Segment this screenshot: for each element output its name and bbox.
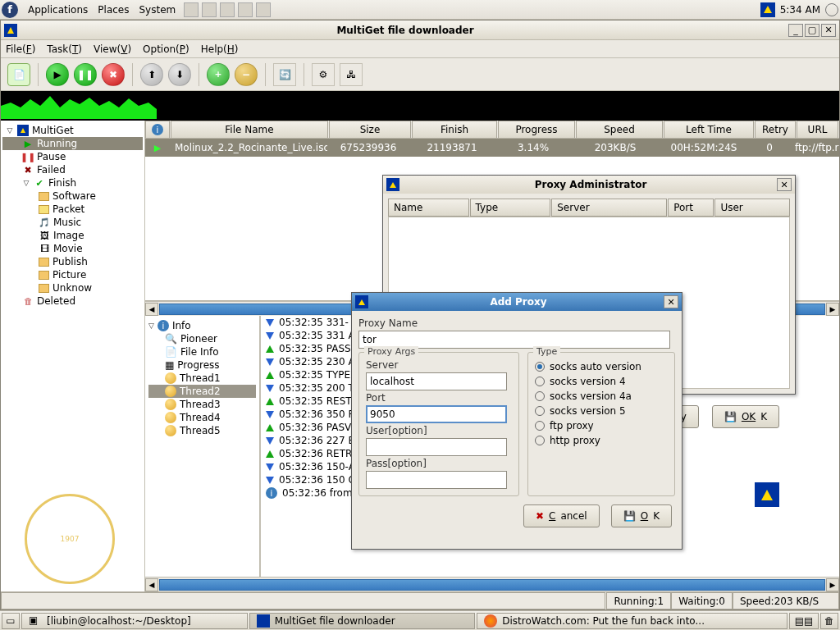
info-thread2[interactable]: Thread2 bbox=[148, 385, 256, 398]
type-http-radio[interactable]: http proxy bbox=[535, 435, 668, 446]
type-ftp-radio[interactable]: ftp proxy bbox=[535, 420, 668, 431]
close-button[interactable]: ✕ bbox=[821, 24, 836, 37]
tray-multiget-icon[interactable] bbox=[760, 2, 775, 17]
col-size[interactable]: Size bbox=[329, 121, 411, 138]
log-hscroll[interactable]: ◀ ▶ bbox=[145, 577, 839, 591]
user-input[interactable] bbox=[366, 438, 507, 456]
tree-deleted[interactable]: 🗑Deleted bbox=[2, 294, 143, 308]
col-left[interactable]: Left Time bbox=[664, 121, 754, 138]
col-info-icon[interactable]: i bbox=[145, 121, 170, 138]
fedora-logo-icon[interactable]: f bbox=[2, 2, 18, 18]
tree-packet[interactable]: Packet bbox=[2, 203, 143, 216]
start-button[interactable]: ▶ bbox=[46, 63, 69, 86]
tree-unknow[interactable]: Unknow bbox=[2, 281, 143, 294]
col-server[interactable]: Server bbox=[551, 199, 667, 217]
col-type[interactable]: Type bbox=[470, 199, 551, 217]
add-proxy-close-button[interactable]: ✕ bbox=[664, 295, 678, 308]
type-v5-radio[interactable]: socks version 5 bbox=[535, 405, 668, 417]
stop-button[interactable]: ✖ bbox=[102, 63, 125, 86]
pass-input[interactable] bbox=[366, 471, 507, 489]
type-auto-radio[interactable]: socks auto version bbox=[535, 361, 668, 372]
info-fileinfo[interactable]: 📄File Info bbox=[148, 345, 256, 358]
type-v4a-radio[interactable]: socks version 4a bbox=[535, 390, 668, 402]
task-multiget[interactable]: MultiGet file downloader bbox=[249, 613, 476, 629]
scroll-right-icon[interactable]: ▶ bbox=[826, 578, 839, 591]
reload-button[interactable]: 🔄 bbox=[273, 63, 296, 86]
port-input[interactable] bbox=[366, 405, 507, 423]
info-thread4[interactable]: Thread4 bbox=[148, 411, 256, 424]
proxy-admin-ok-button[interactable]: 💾 OKK bbox=[712, 405, 779, 428]
tree-music[interactable]: 🎵Music bbox=[2, 216, 143, 229]
workspace-switcher[interactable]: ▤▤ bbox=[789, 613, 819, 629]
info-tree[interactable]: ▽iInfo 🔍Pioneer 📄File Info ▦Progress Thr… bbox=[145, 316, 260, 577]
tree-image[interactable]: 🖼Image bbox=[2, 229, 143, 242]
move-down-button[interactable]: ⬇ bbox=[168, 63, 191, 86]
col-url[interactable]: URL bbox=[797, 121, 838, 138]
info-root[interactable]: ▽iInfo bbox=[148, 319, 256, 332]
menu-task[interactable]: Task(T) bbox=[47, 43, 82, 55]
move-up-button[interactable]: ⬆ bbox=[140, 63, 163, 86]
add-thread-button[interactable]: ＋ bbox=[207, 63, 230, 86]
type-v4-radio[interactable]: socks version 4 bbox=[535, 376, 668, 387]
col-port[interactable]: Port bbox=[668, 199, 714, 217]
add-proxy-titlebar[interactable]: Add Proxy ✕ bbox=[352, 293, 682, 311]
scroll-left-icon[interactable]: ◀ bbox=[145, 578, 158, 591]
launcher-icon[interactable] bbox=[238, 2, 253, 17]
task-terminal[interactable]: ▣[liubin@localhost:~/Desktop] bbox=[21, 613, 248, 629]
col-retry[interactable]: Retry bbox=[755, 121, 796, 138]
maximize-button[interactable]: ▢ bbox=[805, 24, 819, 37]
launcher-icon[interactable] bbox=[256, 2, 271, 17]
col-speed[interactable]: Speed bbox=[576, 121, 663, 138]
minimize-button[interactable]: _ bbox=[788, 24, 803, 37]
proxy-admin-titlebar[interactable]: Proxy Administrator ✕ bbox=[383, 176, 795, 194]
tree-finish[interactable]: ▽✔Finish bbox=[2, 176, 143, 189]
col-user[interactable]: User bbox=[714, 199, 790, 217]
tree-pause[interactable]: ❚❚Pause bbox=[2, 150, 143, 163]
pause-button[interactable]: ❚❚ bbox=[74, 63, 97, 86]
tree-publish[interactable]: Publish bbox=[2, 255, 143, 268]
download-columns: i File Name Size Finish Progress Speed L… bbox=[145, 121, 839, 139]
volume-icon[interactable] bbox=[825, 3, 838, 16]
tree-root[interactable]: ▽MultiGet bbox=[2, 124, 143, 137]
col-name[interactable]: Name bbox=[388, 199, 469, 217]
proxy-button[interactable]: 🖧 bbox=[340, 63, 363, 86]
col-filename[interactable]: File Name bbox=[171, 121, 328, 138]
col-finish[interactable]: Finish bbox=[412, 121, 497, 138]
remove-thread-button[interactable]: − bbox=[235, 63, 258, 86]
add-proxy-cancel-button[interactable]: ✖Cancel bbox=[523, 504, 600, 527]
info-thread5[interactable]: Thread5 bbox=[148, 424, 256, 437]
tree-failed[interactable]: ✖Failed bbox=[2, 163, 143, 176]
info-thread3[interactable]: Thread3 bbox=[148, 398, 256, 411]
launcher-icon[interactable] bbox=[202, 2, 217, 17]
settings-button[interactable]: ⚙ bbox=[312, 63, 335, 86]
task-firefox[interactable]: DistroWatch.com: Put the fun back into..… bbox=[477, 613, 788, 629]
server-input[interactable] bbox=[366, 372, 507, 390]
places-menu[interactable]: Places bbox=[93, 4, 134, 16]
download-row[interactable]: ▶ Molinux_2.2_Rocinante_Live.iso 6752399… bbox=[145, 139, 839, 157]
system-menu[interactable]: System bbox=[134, 4, 180, 16]
scroll-right-icon[interactable]: ▶ bbox=[826, 303, 839, 316]
menu-file[interactable]: File(F) bbox=[6, 43, 35, 55]
menu-view[interactable]: View(V) bbox=[94, 43, 131, 55]
add-proxy-ok-button[interactable]: 💾OK bbox=[611, 504, 672, 527]
applications-menu[interactable]: Applications bbox=[23, 4, 93, 16]
info-thread1[interactable]: Thread1 bbox=[148, 372, 256, 385]
show-desktop-button[interactable]: ▭ bbox=[2, 613, 20, 629]
clock[interactable]: 5:34 AM bbox=[780, 4, 820, 16]
menu-option[interactable]: Option(P) bbox=[143, 43, 189, 55]
col-progress[interactable]: Progress bbox=[498, 121, 575, 138]
scroll-thumb[interactable] bbox=[159, 579, 825, 591]
info-progress[interactable]: ▦Progress bbox=[148, 358, 256, 372]
trash-icon[interactable]: 🗑 bbox=[820, 613, 838, 629]
new-task-button[interactable]: 📄 bbox=[7, 63, 30, 86]
launcher-icon[interactable] bbox=[184, 2, 199, 17]
menu-help[interactable]: Help(H) bbox=[201, 43, 239, 55]
launcher-icon[interactable] bbox=[220, 2, 235, 17]
tree-running[interactable]: ▶Running bbox=[2, 137, 143, 150]
scroll-left-icon[interactable]: ◀ bbox=[145, 303, 158, 316]
proxy-admin-close-button[interactable]: ✕ bbox=[777, 178, 792, 191]
tree-picture[interactable]: Picture bbox=[2, 268, 143, 281]
tree-software[interactable]: Software bbox=[2, 189, 143, 203]
tree-movie[interactable]: 🎞Movie bbox=[2, 242, 143, 255]
info-pioneer[interactable]: 🔍Pioneer bbox=[148, 332, 256, 345]
